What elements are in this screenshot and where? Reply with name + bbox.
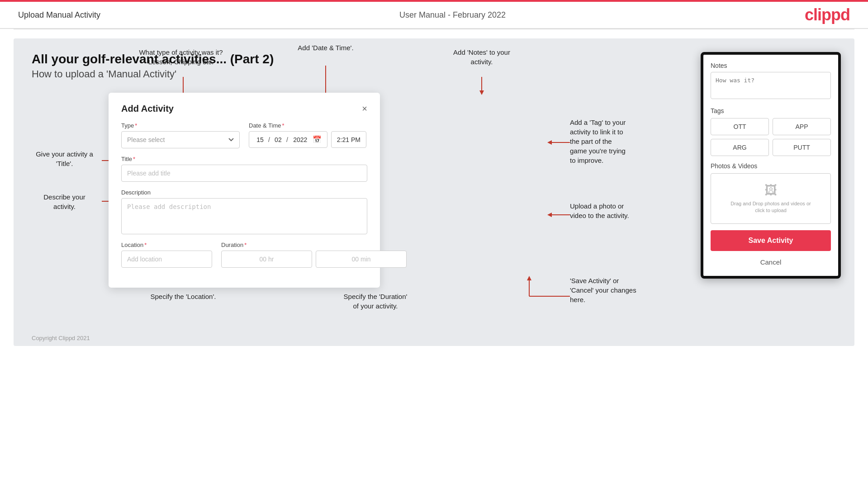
footer-copyright: Copyright Clippd 2021 [32,335,90,341]
duration-field-group: Duration* [221,242,407,268]
top-bar: Upload Manual Activity User Manual - Feb… [0,0,868,29]
title-label: Title* [121,156,367,162]
time-value: 2:21 PM [337,136,360,143]
time-input[interactable]: 2:21 PM [331,131,366,148]
duration-hr-input[interactable] [221,251,312,268]
annotation-activity-type: What type of activity was it? Lesson, Ch… [136,47,226,66]
date-sep-1: / [268,136,270,143]
svg-marker-17 [547,140,552,145]
main-content: All your golf-relevant activities... (Pa… [14,38,854,346]
date-sep-2: / [286,136,288,143]
page-title: Upload Manual Activity [18,10,100,20]
cancel-button[interactable]: Cancel [711,256,831,269]
required-dot-4: * [144,242,147,248]
modal-close-button[interactable]: × [362,104,367,114]
annotation-tags: Add a 'Tag' to your activity to link it … [570,118,669,165]
location-duration-row: Location* Duration* [121,242,367,268]
annotation-notes: Add 'Notes' to your activity. [439,47,525,66]
tags-grid: OTT APP ARG PUTT [711,118,831,156]
required-dot: * [135,122,137,129]
calendar-icon[interactable]: 📅 [313,135,322,144]
type-select[interactable]: Please select [121,131,240,148]
description-input[interactable] [121,198,367,234]
type-field-group: Type* Please select [121,122,240,148]
annotation-date-time: Add 'Date & Time'. [280,43,371,52]
clippd-logo: clippd [805,5,850,24]
save-activity-button[interactable]: Save Activity [711,230,831,251]
title-input[interactable] [121,165,367,182]
duration-min-input[interactable] [316,251,407,268]
month-input[interactable] [273,136,284,143]
add-activity-modal: Add Activity × Type* Please select Date … [109,93,380,288]
phone-inner: Notes Tags OTT APP ARG PUTT Photos & Vid… [703,55,838,276]
upload-text: Drag and Drop photos and videos or click… [720,200,821,214]
modal-header: Add Activity × [121,104,367,114]
date-input-group[interactable]: / / 📅 [249,131,327,148]
tag-arg[interactable]: ARG [711,139,769,156]
location-field-group: Location* [121,242,212,268]
phone-panel: Notes Tags OTT APP ARG PUTT Photos & Vid… [701,52,841,279]
location-input[interactable] [121,251,212,268]
upload-icon: 🖼 [720,183,821,198]
notes-label: Notes [711,62,831,69]
annotation-location: Specify the 'Location'. [131,292,235,301]
separator [14,29,854,29]
duration-inputs [221,251,407,268]
required-dot-3: * [133,156,135,162]
svg-marker-15 [479,90,484,95]
required-dot-2: * [282,122,285,129]
annotation-photos: Upload a photo or video to the activity. [570,201,660,220]
type-label: Type* [121,122,240,129]
svg-marker-22 [527,276,531,280]
annotation-description: Describe your activity. [23,192,106,211]
photos-label: Photos & Videos [711,162,831,170]
manual-title: User Manual - February 2022 [399,10,506,20]
tag-app[interactable]: APP [773,118,831,135]
datetime-label: Date & Time* [249,122,367,129]
notes-input[interactable] [711,72,831,99]
annotation-duration: Specify the 'Duration' of your activity. [330,292,421,311]
location-label: Location* [121,242,212,248]
day-input[interactable] [255,136,266,143]
type-datetime-row: Type* Please select Date & Time* / / [121,122,367,148]
datetime-inputs-row: / / 📅 2:21 PM [249,131,367,148]
tags-label: Tags [711,107,831,114]
svg-marker-19 [547,213,552,217]
phone-screen: Notes Tags OTT APP ARG PUTT Photos & Vid… [701,52,841,279]
tag-putt[interactable]: PUTT [773,139,831,156]
annotation-save-cancel: 'Save Activity' or 'Cancel' your changes… [570,276,669,304]
annotation-title: Give your activity a 'Title'. [23,149,106,168]
description-field-group: Description [121,189,367,234]
title-field-group: Title* [121,156,367,182]
duration-label: Duration* [221,242,407,248]
description-label: Description [121,189,367,196]
photos-upload-area[interactable]: 🖼 Drag and Drop photos and videos or cli… [711,173,831,224]
modal-title: Add Activity [121,104,174,114]
year-input[interactable] [291,136,310,143]
datetime-field-group: Date & Time* / / 📅 2:21 PM [249,122,367,148]
required-dot-5: * [244,242,247,248]
tag-ott[interactable]: OTT [711,118,769,135]
